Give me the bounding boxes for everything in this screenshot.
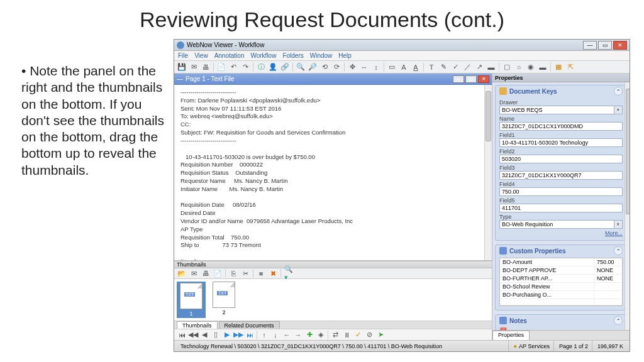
properties-title[interactable]: Properties (492, 74, 630, 82)
collapse-button[interactable]: ⌃ (614, 316, 623, 325)
save-icon[interactable]: 💾 (177, 62, 187, 72)
thumb-delete-icon[interactable]: ✖ (268, 268, 278, 278)
user-icon[interactable]: 👤 (268, 62, 278, 72)
text-annot-icon[interactable]: T (426, 62, 436, 72)
info-icon[interactable]: ⓘ (256, 62, 266, 72)
nav-right-icon[interactable]: → (293, 330, 303, 340)
stamp-icon[interactable]: ◉ (526, 62, 536, 72)
nav-add-icon[interactable]: ✚ (304, 330, 314, 340)
maximize-button[interactable]: ▭ (598, 41, 612, 50)
menu-folders[interactable]: Folders (282, 52, 303, 59)
titlebar[interactable]: WebNow Viewer - Workflow — ▭ ✕ (174, 40, 630, 51)
refresh-icon[interactable]: ⟳ (331, 62, 341, 72)
nav-left-icon[interactable]: ← (282, 330, 292, 340)
nav-up-icon[interactable]: ↑ (259, 330, 269, 340)
print-icon[interactable]: 🖶 (201, 62, 211, 72)
page-min-button[interactable]: — (453, 75, 464, 83)
move-icon[interactable]: ✥ (347, 62, 357, 72)
menu-annotation[interactable]: Annotation (214, 52, 245, 59)
mail-icon[interactable]: ✉ (189, 62, 199, 72)
nav-next-icon[interactable]: ▶ (222, 330, 232, 340)
doc-scrollbar[interactable] (484, 85, 492, 260)
page-close-button[interactable]: ✕ (478, 75, 489, 83)
nav-remove-icon[interactable]: ◈ (316, 330, 326, 340)
calendar-icon[interactable]: 📅 (499, 327, 507, 330)
circle-icon[interactable]: ○ (514, 62, 524, 72)
nav-first-icon[interactable]: ⏮ (177, 330, 187, 340)
zoom-out-icon[interactable]: 🔎 (308, 62, 318, 72)
more-link[interactable]: More... (499, 230, 623, 236)
field4-field[interactable] (499, 187, 623, 196)
select-icon[interactable]: ▭ (387, 62, 397, 72)
nav-route-icon[interactable]: ⇄ (330, 330, 340, 340)
menu-window[interactable]: Window (310, 52, 333, 59)
drawer-field[interactable] (499, 106, 614, 114)
nav-reject-icon[interactable]: ⊘ (364, 330, 374, 340)
props-icon (499, 247, 507, 255)
thumbnails-toolbar: 📂 ✉ 🖶 📄 ⎘ ✂ ■ ✖ 🔍▾ (174, 268, 492, 279)
document-viewer[interactable]: ---------------------------- From: Darle… (174, 85, 492, 261)
name-field[interactable] (499, 122, 623, 131)
type-field[interactable] (499, 220, 614, 229)
page-max-button[interactable]: ▭ (465, 75, 477, 83)
new-icon[interactable]: 📄 (216, 62, 226, 72)
nav-nextset-icon[interactable]: ▶▶ (233, 330, 243, 340)
pen-icon[interactable]: ✎ (438, 62, 448, 72)
thumbnail-2[interactable]: 2 (209, 282, 238, 315)
export-icon[interactable]: ⇱ (565, 62, 575, 72)
minimize-button[interactable]: — (583, 41, 597, 50)
thumb-copy-icon[interactable]: ⎘ (228, 268, 238, 278)
dropdown-icon[interactable]: ▾ (614, 220, 623, 229)
fit-height-icon[interactable]: ↕ (371, 62, 381, 72)
props-scrollbar[interactable] (625, 82, 630, 330)
field3-field[interactable] (499, 171, 623, 180)
forward-icon[interactable]: ↷ (240, 62, 250, 72)
redact-icon[interactable]: ▬ (538, 62, 548, 72)
grid-icon[interactable]: ▦ (553, 62, 564, 72)
thumbnail-1[interactable]: 1 (177, 282, 206, 318)
collapse-button[interactable]: ⌃ (614, 246, 623, 255)
rect-icon[interactable]: ▢ (502, 62, 512, 72)
text-tool-icon[interactable]: A (399, 62, 409, 72)
nav-forward-icon[interactable]: ➤ (375, 330, 386, 340)
nav-down-icon[interactable]: ↓ (270, 330, 280, 340)
thumb-open-icon[interactable]: 📂 (177, 268, 187, 278)
page-titlebar[interactable]: — Page 1 - Text File — ▭ ✕ (174, 74, 492, 85)
thumb-cut-icon[interactable]: ✂ (240, 268, 250, 278)
custom-properties-table[interactable]: BO-Amount750.00 BO-DEPT APPROVENONE BO-F… (499, 258, 623, 306)
nav-last-icon[interactable]: ⏭ (245, 330, 255, 340)
menu-workflow[interactable]: Workflow (250, 52, 276, 59)
link-icon[interactable]: 🔗 (280, 62, 290, 72)
thumb-stop-icon[interactable]: ■ (256, 268, 266, 278)
collapse-button[interactable]: ⌃ (614, 87, 623, 96)
zoom-in-icon[interactable]: 🔍 (296, 62, 306, 72)
close-button[interactable]: ✕ (613, 41, 627, 50)
dropdown-icon[interactable]: ▾ (614, 106, 623, 114)
highlight-icon[interactable]: ▬ (486, 62, 496, 72)
nav-approve-icon[interactable]: ✓ (353, 330, 363, 340)
nav-prev-icon[interactable]: ◀ (199, 330, 209, 340)
arrow-icon[interactable]: ↗ (474, 62, 484, 72)
nav-page-icon[interactable]: ▯ (211, 330, 221, 340)
field2-field[interactable] (499, 155, 623, 163)
thumbnails-header[interactable]: Thumbnails (174, 261, 492, 268)
field1-field[interactable] (499, 138, 623, 147)
thumb-new-icon[interactable]: 📄 (213, 268, 223, 278)
thumb-mail-icon[interactable]: ✉ (189, 268, 199, 278)
check-icon[interactable]: ✓ (450, 62, 460, 72)
notes-panel: Notes ⌃ 📅 (495, 314, 627, 330)
line-icon[interactable]: ／ (462, 62, 472, 72)
nav-prevset-icon[interactable]: ◀◀ (188, 330, 198, 340)
rotate-icon[interactable]: ⟲ (319, 62, 330, 72)
menu-view[interactable]: View (194, 52, 208, 59)
thumb-print-icon[interactable]: 🖶 (201, 268, 211, 278)
fit-width-icon[interactable]: ↔ (359, 62, 369, 72)
back-icon[interactable]: ↶ (228, 62, 238, 72)
field5-field[interactable] (499, 204, 623, 212)
menu-file[interactable]: File (178, 52, 188, 59)
font-icon[interactable]: A (411, 62, 421, 72)
thumb-zoom-icon[interactable]: 🔍▾ (284, 268, 294, 278)
nav-hold-icon[interactable]: ⏸ (341, 330, 352, 340)
menu-help[interactable]: Help (338, 52, 352, 59)
tab-properties[interactable]: Properties (492, 331, 530, 340)
